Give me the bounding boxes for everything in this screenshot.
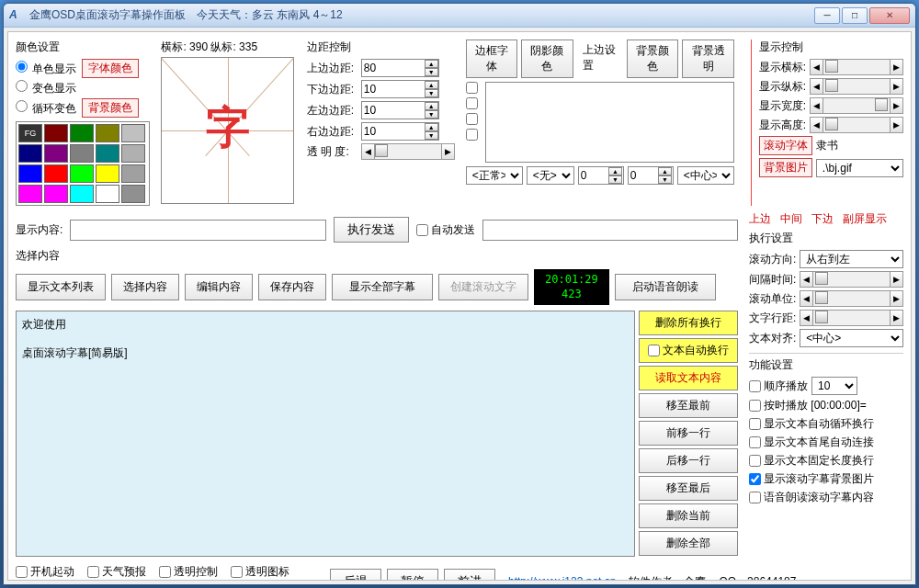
swatch-9[interactable] bbox=[121, 144, 145, 163]
swatch-19[interactable] bbox=[121, 185, 145, 203]
preview-box: 字 bbox=[161, 57, 294, 204]
mid-chk-2[interactable] bbox=[466, 97, 478, 109]
mid-chk-3[interactable] bbox=[466, 113, 478, 125]
fg-swatch[interactable]: FG bbox=[18, 124, 42, 142]
close-button[interactable]: ✕ bbox=[869, 7, 910, 24]
scroll-dir-combo[interactable]: 从右到左 bbox=[800, 250, 903, 268]
swatch-6[interactable] bbox=[44, 144, 68, 163]
link-sub[interactable]: 副屏显示 bbox=[843, 211, 887, 227]
main-textarea[interactable]: 欢迎使用 桌面滚动字幕[简易版] bbox=[16, 311, 635, 557]
margin-right-input[interactable] bbox=[362, 123, 425, 140]
swatch-4[interactable] bbox=[121, 124, 145, 142]
showbg-check[interactable]: 显示滚动字幕背景图片 bbox=[749, 471, 874, 487]
swatch-10[interactable] bbox=[18, 164, 42, 183]
spin-up[interactable]: ▲ bbox=[425, 60, 438, 68]
select-content-label: 选择内容 bbox=[16, 248, 738, 264]
save-content-button[interactable]: 保存内容 bbox=[258, 274, 326, 300]
minimize-button[interactable]: ─ bbox=[814, 7, 840, 24]
fixed-check[interactable]: 显示文本固定长度换行 bbox=[749, 453, 874, 469]
move-back-button[interactable]: 移至最后 bbox=[639, 476, 738, 501]
swatch-12[interactable] bbox=[70, 164, 94, 183]
combo-none[interactable]: <无> bbox=[527, 166, 574, 185]
swatch-13[interactable] bbox=[96, 164, 119, 183]
del-all-button[interactable]: 删除全部 bbox=[639, 531, 738, 556]
timed-play-check[interactable]: 按时播放 [00:00:00]= bbox=[749, 398, 867, 413]
align-combo[interactable]: <中心> bbox=[800, 329, 903, 347]
swatch-7[interactable] bbox=[70, 144, 94, 163]
margin-top-input[interactable] bbox=[362, 60, 425, 76]
radio-loop-color[interactable]: 循环变色 bbox=[16, 100, 76, 117]
swatch-8[interactable] bbox=[96, 144, 119, 163]
move-front-button[interactable]: 移至最前 bbox=[639, 393, 738, 418]
bg-color-button[interactable]: 背景颜色 bbox=[82, 98, 139, 118]
voice-check[interactable]: 语音朗读滚动字幕内容 bbox=[749, 490, 874, 505]
read-text-button[interactable]: 读取文本内容 bbox=[639, 366, 738, 390]
maximize-button[interactable]: □ bbox=[842, 7, 868, 24]
voice-button[interactable]: 启动语音朗读 bbox=[615, 274, 716, 300]
link-bot[interactable]: 下边 bbox=[811, 211, 834, 227]
swatch-14[interactable] bbox=[121, 164, 145, 183]
bg-trans-button[interactable]: 背景透明 bbox=[682, 40, 733, 78]
headtail-check[interactable]: 显示文本首尾自动连接 bbox=[749, 435, 874, 450]
titlebar: A 金鹰OSD桌面滚动字幕操作面板 今天天气：多云 东南风 4～12 ─ □ ✕ bbox=[4, 4, 915, 28]
mid-chk-4[interactable] bbox=[466, 129, 478, 141]
link-mid[interactable]: 中间 bbox=[780, 211, 802, 227]
border-font-button[interactable]: 边框字体 bbox=[466, 40, 517, 78]
seq-play-check[interactable]: 顺序播放 bbox=[749, 379, 808, 394]
swatch-17[interactable] bbox=[70, 185, 94, 203]
margin-bottom-input[interactable] bbox=[362, 81, 425, 97]
swatch-16[interactable] bbox=[44, 185, 68, 203]
radio-single-color[interactable]: 单色显示 bbox=[16, 61, 76, 77]
trans-icon-check[interactable]: 透明图标 bbox=[231, 564, 289, 580]
move-up-button[interactable]: 前移一行 bbox=[639, 421, 738, 446]
timer-display: 20:01:29423 bbox=[534, 269, 609, 305]
opacity-right[interactable]: ▶ bbox=[441, 144, 454, 159]
auto-wrap-check[interactable]: 文本自动换行 bbox=[639, 338, 738, 363]
pause-button[interactable]: 暂停 bbox=[387, 569, 438, 581]
move-down-button[interactable]: 后移一行 bbox=[639, 448, 738, 473]
author-label: 软件作者：金鹰 bbox=[629, 574, 706, 581]
spin-down[interactable]: ▼ bbox=[425, 68, 438, 76]
show-list-button[interactable]: 显示文本列表 bbox=[16, 274, 106, 300]
swatch-3[interactable] bbox=[96, 124, 119, 142]
autowrap-check[interactable]: 显示文本自动循环换行 bbox=[749, 416, 874, 432]
opacity-left[interactable]: ◀ bbox=[362, 144, 375, 159]
swatch-5[interactable] bbox=[18, 144, 42, 163]
combo-n2[interactable] bbox=[629, 167, 658, 184]
auto-send-input[interactable] bbox=[482, 220, 738, 241]
swatch-15[interactable] bbox=[18, 185, 42, 203]
display-content-input[interactable] bbox=[70, 220, 325, 241]
show-all-button[interactable]: 显示全部字幕 bbox=[332, 274, 433, 300]
scroll-font-btn[interactable]: 滚动字体 bbox=[759, 136, 812, 155]
mid-chk-1[interactable] bbox=[466, 82, 478, 94]
weather-check[interactable]: 天气预报 bbox=[87, 564, 146, 580]
website-link[interactable]: http://www.j123.net.cn bbox=[508, 575, 616, 581]
shadow-color-button[interactable]: 阴影颜色 bbox=[521, 40, 573, 78]
swatch-2[interactable] bbox=[70, 124, 94, 142]
trans-ctrl-check[interactable]: 透明控制 bbox=[159, 564, 218, 580]
radio-var-color[interactable]: 变色显示 bbox=[16, 80, 76, 96]
combo-normal[interactable]: <正常> bbox=[466, 166, 523, 185]
combo-n1[interactable] bbox=[579, 167, 608, 184]
auto-send-check[interactable]: 自动发送 bbox=[416, 222, 475, 238]
forward-button[interactable]: 前进 bbox=[444, 569, 495, 581]
swatch-11[interactable] bbox=[44, 164, 68, 183]
del-cur-button[interactable]: 删除当前 bbox=[639, 503, 738, 528]
font-color-button[interactable]: 字体颜色 bbox=[82, 59, 139, 78]
bg-path-combo[interactable]: .\bj.gif bbox=[816, 159, 903, 177]
del-newlines-button[interactable]: 删除所有换行 bbox=[639, 311, 738, 335]
bg-color-button2[interactable]: 背景颜色 bbox=[627, 40, 678, 78]
mid-textarea[interactable] bbox=[485, 82, 734, 163]
back-button[interactable]: 后退 bbox=[330, 569, 381, 581]
swatch-18[interactable] bbox=[96, 185, 119, 203]
swatch-1[interactable] bbox=[44, 124, 68, 142]
combo-center[interactable]: <中心> bbox=[677, 166, 734, 185]
margin-left-input[interactable] bbox=[362, 102, 425, 119]
pick-content-button[interactable]: 选择内容 bbox=[111, 274, 179, 300]
edit-content-button[interactable]: 编辑内容 bbox=[185, 274, 253, 300]
seq-combo[interactable]: 10 bbox=[811, 377, 857, 395]
link-top[interactable]: 上边 bbox=[749, 211, 771, 227]
startup-check[interactable]: 开机起动 bbox=[16, 564, 74, 580]
exec-send-button[interactable]: 执行发送 bbox=[334, 217, 409, 243]
bg-img-btn[interactable]: 背景图片 bbox=[759, 158, 812, 177]
